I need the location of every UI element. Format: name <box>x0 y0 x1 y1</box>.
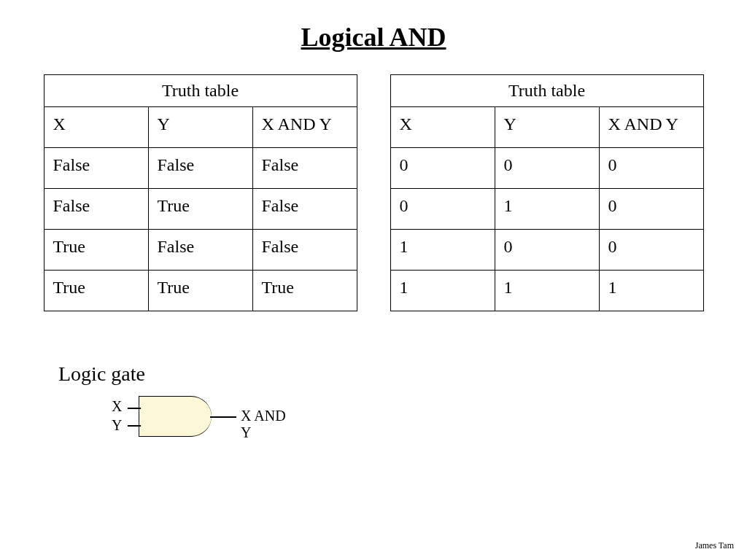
gate-output-label: X AND Y <box>241 408 292 441</box>
col-header: Y <box>495 107 599 148</box>
cell: False <box>252 148 357 189</box>
cell: False <box>252 230 357 271</box>
cell: 1 <box>495 189 599 230</box>
wire-input-y <box>128 425 141 427</box>
cell: 0 <box>599 148 703 189</box>
gate-input-y-label: Y <box>112 417 122 434</box>
cell: True <box>252 271 357 311</box>
table-caption: Truth table <box>390 75 703 107</box>
cell: 0 <box>495 230 599 271</box>
cell: True <box>44 271 148 311</box>
tables-container: Truth table X Y X AND Y False False Fals… <box>0 74 747 311</box>
cell: True <box>148 189 252 230</box>
col-header: X AND Y <box>252 107 357 148</box>
table-row: False False False <box>44 148 357 189</box>
cell: True <box>148 271 252 311</box>
cell: 1 <box>599 271 703 311</box>
cell: 0 <box>390 189 495 230</box>
cell: False <box>44 148 148 189</box>
page-title: Logical AND <box>0 22 747 52</box>
cell: 0 <box>495 148 599 189</box>
logic-gate-section: Logic gate X Y X AND Y <box>58 362 747 443</box>
table-row: True True True <box>44 271 357 311</box>
col-header: X <box>390 107 495 148</box>
table-row: 0 0 0 <box>390 148 703 189</box>
table-row: 0 1 0 <box>390 189 703 230</box>
cell: False <box>252 189 357 230</box>
table-row: 1 1 1 <box>390 271 703 311</box>
cell: 1 <box>390 271 495 311</box>
and-gate-icon <box>139 396 212 437</box>
author-credit: James Tam <box>695 540 734 551</box>
wire-input-x <box>128 408 141 409</box>
col-header: X AND Y <box>599 107 703 148</box>
wire-output <box>210 416 236 418</box>
cell: 0 <box>599 230 703 271</box>
truth-table-binary: Truth table X Y X AND Y 0 0 0 0 1 0 1 0 … <box>390 74 704 311</box>
cell: 0 <box>599 189 703 230</box>
gate-input-x-label: X <box>112 398 122 415</box>
table-row: 1 0 0 <box>390 230 703 271</box>
table-row: False True False <box>44 189 357 230</box>
cell: False <box>44 189 148 230</box>
cell: True <box>44 230 148 271</box>
and-gate-diagram: X Y X AND Y <box>58 392 292 443</box>
cell: 1 <box>495 271 599 311</box>
logic-gate-label: Logic gate <box>58 362 747 386</box>
truth-table-boolean: Truth table X Y X AND Y False False Fals… <box>44 74 357 311</box>
table-caption: Truth table <box>44 75 357 107</box>
cell: False <box>148 230 252 271</box>
col-header: Y <box>148 107 252 148</box>
col-header: X <box>44 107 148 148</box>
cell: 1 <box>390 230 495 271</box>
table-row: True False False <box>44 230 357 271</box>
cell: 0 <box>390 148 495 189</box>
cell: False <box>148 148 252 189</box>
